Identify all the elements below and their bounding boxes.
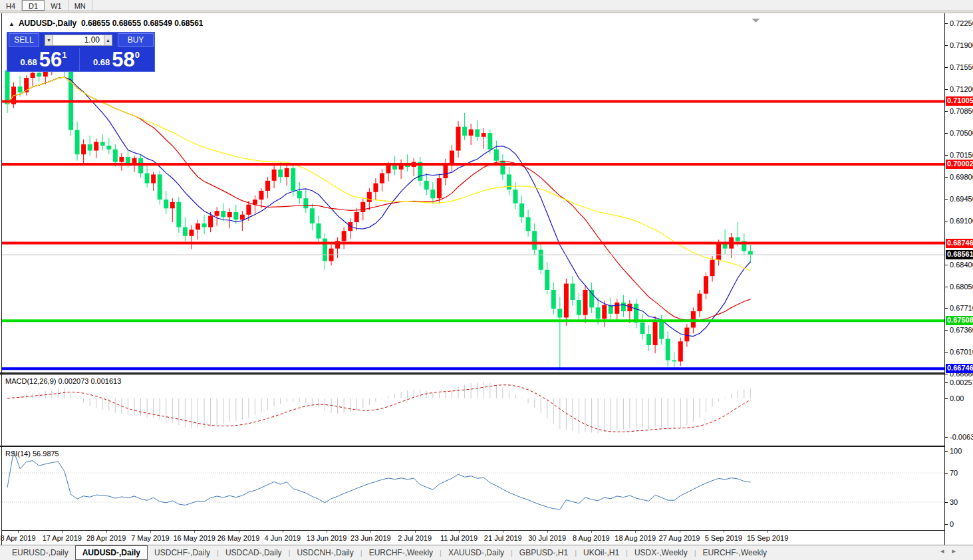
date-tick xyxy=(415,531,416,533)
date-label[interactable]: 27 Aug 2019 xyxy=(659,534,700,542)
volume-input[interactable]: 1.00 xyxy=(53,35,104,46)
chart-tab-usdcnhdaily[interactable]: USDCNH-,Daily xyxy=(290,545,360,560)
buy-price-prefix: 0.68 xyxy=(93,57,110,69)
tab-scroll-right-icon[interactable]: ▸ xyxy=(952,547,964,555)
date-label[interactable]: 2 Jul 2019 xyxy=(398,534,432,542)
price-tick xyxy=(945,352,948,352)
volume-increase-button[interactable]: ▲ xyxy=(104,35,112,46)
date-label[interactable]: 17 Apr 2019 xyxy=(43,534,82,542)
sell-price-display[interactable]: 0.68 56 1 xyxy=(8,48,80,71)
candle-body xyxy=(539,250,543,270)
date-tick xyxy=(370,531,371,533)
date-label[interactable]: 5 Sep 2019 xyxy=(705,534,742,542)
chart-window: ▲AUDUSD-,Daily 0.68655 0.68655 0.68549 0… xyxy=(0,12,973,544)
date-label[interactable]: 26 May 2019 xyxy=(217,534,260,542)
date-tick xyxy=(503,531,503,533)
price-chart-pane[interactable]: ▲AUDUSD-,Daily 0.68655 0.68655 0.68549 0… xyxy=(2,15,944,372)
macd-label: MACD(12,26,9) 0.002073 0.001613 xyxy=(5,377,121,385)
date-label[interactable]: 7 May 2019 xyxy=(131,534,169,542)
volume-decrease-button[interactable]: ▼ xyxy=(45,35,53,46)
buy-price-display[interactable]: 0.68 58 0 xyxy=(80,48,152,71)
candle-body xyxy=(653,320,658,345)
price-tag-0.66746: 0.66746 xyxy=(946,364,973,373)
date-label[interactable]: 18 Aug 2019 xyxy=(615,534,656,542)
chart-tab-eurchfweekly[interactable]: EURCHF-,Weekly xyxy=(362,545,440,560)
date-label[interactable]: 11 Jul 2019 xyxy=(440,534,478,542)
rsi-tick-label: 0 xyxy=(950,520,954,528)
macd-tick-label: 0.002574 xyxy=(950,378,973,386)
candle-body xyxy=(342,231,347,241)
date-label[interactable]: 4 Jun 2019 xyxy=(265,534,301,542)
sell-button[interactable]: SELL xyxy=(9,33,39,47)
macd-pane[interactable]: MACD(12,26,9) 0.002073 0.001613 xyxy=(2,375,944,446)
date-tick xyxy=(680,531,680,533)
date-label[interactable]: 13 Jun 2019 xyxy=(307,534,347,542)
price-tick-label: 0.67360 xyxy=(950,326,973,334)
chart-tab-gbpusdh1[interactable]: GBPUSD-,H1 xyxy=(513,545,575,560)
timeframe-button-w1[interactable]: W1 xyxy=(45,0,69,11)
price-tick xyxy=(945,177,948,178)
price-tick xyxy=(945,155,948,156)
price-tick-label: 0.70500 xyxy=(950,129,973,137)
timeframe-button-d1[interactable]: D1 xyxy=(22,0,45,11)
candle-body xyxy=(577,300,581,315)
candle-body xyxy=(100,142,105,146)
candle-body xyxy=(678,341,683,361)
price-tick-label: 0.67010 xyxy=(950,348,973,356)
candle-body xyxy=(94,142,98,150)
date-tick xyxy=(459,531,460,533)
price-tag-0.67508: 0.67508 xyxy=(946,316,973,325)
candle-body xyxy=(526,217,531,231)
price-tick xyxy=(945,199,948,200)
candle-body xyxy=(462,127,467,136)
chart-tab-usdxweekly[interactable]: USDX-,Weekly xyxy=(628,545,694,560)
chart-tab-xauusddaily[interactable]: XAUUSD-,Daily xyxy=(442,545,511,560)
chart-tab-ukoilh1[interactable]: UKOil-,H1 xyxy=(577,545,626,560)
price-tick-label: 0.69450 xyxy=(950,195,973,203)
candle-body xyxy=(602,305,607,319)
candle-body xyxy=(278,170,283,177)
candle-body xyxy=(551,290,556,309)
chart-tab-usdchfdaily[interactable]: USDCHF-,Daily xyxy=(148,545,217,560)
date-label[interactable]: 21 Jul 2019 xyxy=(484,534,522,542)
candle-body xyxy=(265,181,270,191)
date-label[interactable]: 15 Sep 2019 xyxy=(747,534,788,542)
candle-body xyxy=(513,190,518,204)
tab-scroll-arrows[interactable]: ◂▸ xyxy=(940,547,964,555)
price-tag-0.68746: 0.68746 xyxy=(946,239,973,248)
tab-scroll-left-icon[interactable]: ◂ xyxy=(940,547,952,555)
chart-tab-eurchfweekly[interactable]: EURCHF-,Weekly xyxy=(696,545,773,560)
chart-tab-usdcaddaily[interactable]: USDCAD-,Daily xyxy=(219,545,289,560)
buy-price-pip: 0 xyxy=(135,50,140,60)
price-tick-label: 0.71550 xyxy=(950,63,973,71)
symbol-tab-bar: EURUSD-,DailyAUDUSD-,DailyUSDCHF-,Daily|… xyxy=(0,545,973,560)
date-label[interactable]: 23 Jun 2019 xyxy=(350,534,391,542)
candle-body xyxy=(106,146,111,150)
date-label[interactable]: 16 May 2019 xyxy=(173,534,215,542)
chart-tab-eurusddaily[interactable]: EURUSD-,Daily xyxy=(5,545,75,560)
scroll-to-end-marker[interactable] xyxy=(752,19,760,23)
macd-main-value: 0.002073 xyxy=(58,377,88,385)
timeframe-button-h4[interactable]: H4 xyxy=(0,0,22,11)
candle-body xyxy=(113,150,118,162)
date-label[interactable]: 8 Aug 2019 xyxy=(573,534,610,542)
price-tick-label: 0.69100 xyxy=(950,217,973,225)
timeframe-button-mn[interactable]: MN xyxy=(69,0,92,11)
candle-body xyxy=(672,360,676,362)
rsi-tick xyxy=(945,502,948,503)
macd-tick-label: 0.00 xyxy=(950,394,964,402)
collapse-chart-icon[interactable]: ▲ xyxy=(9,21,15,27)
buy-button[interactable]: BUY xyxy=(118,33,154,47)
sell-price-prefix: 0.68 xyxy=(20,57,37,69)
date-label[interactable]: 30 Jul 2019 xyxy=(528,534,566,542)
candle-body xyxy=(183,227,188,236)
candle-body xyxy=(596,307,601,319)
date-label[interactable]: 28 Apr 2019 xyxy=(86,534,126,542)
date-tick xyxy=(62,531,63,533)
date-axis[interactable]: 8 Apr 201917 Apr 201928 Apr 20197 May 20… xyxy=(2,530,944,545)
candle-body xyxy=(437,178,442,198)
price-axis[interactable]: 0.722500.719000.715500.712000.708500.705… xyxy=(944,13,973,545)
date-label[interactable]: 8 Apr 2019 xyxy=(0,534,35,542)
rsi-pane[interactable]: RSI(14) 56.9875 xyxy=(2,448,944,530)
chart-tab-audusddaily[interactable]: AUDUSD-,Daily xyxy=(75,545,148,560)
